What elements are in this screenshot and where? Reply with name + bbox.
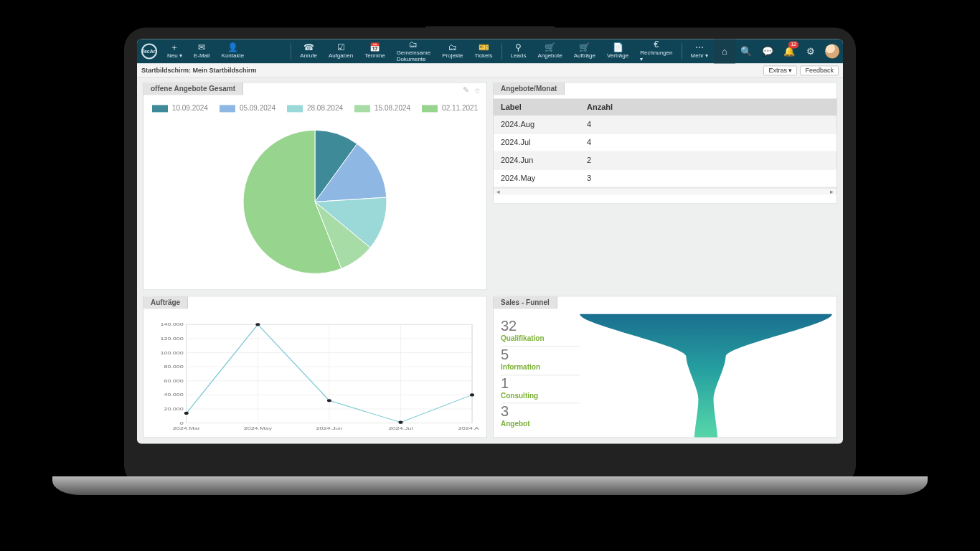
nav-more[interactable]: ⋯ Mehr ▾: [685, 39, 714, 63]
nav-group-left: ＋Neu ▾✉E-Mail👤Kontakte: [161, 39, 288, 63]
table-row[interactable]: 2024.Aug4: [494, 116, 837, 133]
svg-text:2024.Mar: 2024.Mar: [173, 426, 200, 431]
bell-icon[interactable]: 🔔12: [778, 39, 800, 63]
funnel-body: 32Qualifikation5Information1Consulting3A…: [494, 312, 837, 437]
nav-label: Kontakte: [222, 52, 245, 59]
svg-text:80.000: 80.000: [164, 364, 183, 369]
nav-item[interactable]: €Rechnungen ▾: [634, 39, 678, 63]
funnel-stage: 32Qualifikation: [501, 318, 580, 347]
nav-item[interactable]: 🎫Tickets: [469, 39, 499, 63]
nav-icon: €: [654, 40, 659, 49]
funnel-stage-labels: 32Qualifikation5Information1Consulting3A…: [501, 318, 580, 431]
laptop-base: [52, 476, 928, 495]
table-scrollbar[interactable]: ◂▸: [494, 187, 837, 194]
notification-badge: 12: [788, 41, 798, 48]
topbar: TecArt ＋Neu ▾✉E-Mail👤Kontakte ☎Anrufe☑Au…: [137, 39, 843, 63]
table-row[interactable]: 2024.Jun2: [494, 151, 837, 169]
more-icon: ⋯: [695, 43, 704, 52]
nav-label: Angebote: [537, 52, 562, 59]
nav-icon: 🛒: [545, 43, 555, 52]
nav-label: Projekte: [442, 52, 463, 59]
home-icon[interactable]: ⌂: [714, 39, 735, 63]
nav-item[interactable]: ✉E-Mail: [188, 39, 216, 63]
brand-logo-text: TecArt: [141, 43, 157, 59]
nav-icon: ✉: [198, 43, 205, 52]
nav-label: Rechnungen ▾: [640, 50, 672, 62]
nav-item[interactable]: ☎Anrufe: [294, 39, 323, 63]
nav-icon: 📄: [613, 43, 623, 52]
widget-pie: offene Angebote Gesamt ✎ ☼ 10.09.202405.…: [143, 82, 487, 290]
nav-item[interactable]: 🗂Gemeinsame Dokumente: [391, 39, 437, 63]
dashboard-grid: offene Angebote Gesamt ✎ ☼ 10.09.202405.…: [143, 82, 837, 438]
widget-title: Sales - Funnel: [493, 296, 557, 309]
widget-title: Aufträge: [143, 296, 188, 309]
table-header: Label Anzahl: [494, 98, 837, 116]
svg-point-27: [184, 412, 189, 415]
table-row[interactable]: 2024.May3: [494, 169, 837, 187]
nav-icon: 🗂: [448, 43, 457, 52]
nav-icon: ⚲: [515, 43, 522, 52]
app-screen: TecArt ＋Neu ▾✉E-Mail👤Kontakte ☎Anrufe☑Au…: [137, 39, 843, 443]
nav-label: Aufgaben: [329, 52, 353, 59]
svg-point-29: [327, 399, 331, 402]
extras-button[interactable]: Extras ▾: [763, 65, 797, 75]
nav-item[interactable]: ⚲Leads: [505, 39, 532, 63]
chat-icon[interactable]: 💬: [757, 39, 778, 63]
svg-text:40.000: 40.000: [164, 392, 183, 397]
nav-item[interactable]: 🛒Aufträge: [568, 39, 601, 63]
svg-text:0: 0: [180, 420, 184, 425]
pie-legend: 10.09.202405.09.202428.08.202415.08.2024…: [143, 98, 486, 115]
nav-item[interactable]: 📄Verträge: [601, 39, 634, 63]
legend-item[interactable]: 28.08.2024: [287, 104, 343, 112]
nav-item[interactable]: 🛒Angebote: [532, 39, 567, 63]
nav-icon: 👤: [227, 43, 238, 52]
nav-group-mid: ☎Anrufe☑Aufgaben📅Termine🗂Gemeinsame Doku…: [294, 39, 498, 63]
widget-actions[interactable]: ✎ ☼: [463, 85, 481, 95]
laptop-frame: TecArt ＋Neu ▾✉E-Mail👤Kontakte ☎Anrufe☑Au…: [124, 27, 856, 486]
nav-item[interactable]: ＋Neu ▾: [161, 39, 188, 63]
pie-chart: [236, 123, 394, 281]
legend-item[interactable]: 15.08.2024: [354, 104, 410, 112]
svg-point-30: [398, 421, 402, 424]
legend-item[interactable]: 02.11.2021: [422, 104, 478, 112]
laptop-notch: [425, 26, 555, 36]
col-anzahl: Anzahl: [580, 98, 837, 116]
svg-text:20.000: 20.000: [164, 406, 183, 411]
svg-text:2024.Jun: 2024.Jun: [316, 426, 342, 431]
svg-text:140.000: 140.000: [160, 322, 183, 327]
funnel-chart: [580, 314, 832, 438]
gear-icon[interactable]: ⚙: [800, 39, 821, 63]
nav-icon: ☎: [303, 43, 314, 52]
feedback-button[interactable]: Feedback: [800, 65, 839, 75]
svg-text:2024.Jul: 2024.Jul: [389, 426, 413, 431]
svg-point-31: [470, 393, 474, 396]
nav-icon: 🛒: [579, 43, 590, 52]
svg-text:120.000: 120.000: [160, 336, 183, 341]
nav-label: Mehr ▾: [691, 52, 708, 59]
nav-icon: ＋: [170, 43, 179, 52]
nav-item[interactable]: 🗂Projekte: [436, 39, 468, 63]
nav-group-right: ⚲Leads🛒Angebote🛒Aufträge📄Verträge€Rechnu…: [505, 39, 679, 63]
nav-icon: 📅: [369, 43, 380, 52]
nav-label: Gemeinsame Dokumente: [397, 50, 431, 62]
widget-title: Angebote/Monat: [493, 82, 565, 95]
svg-text:100.000: 100.000: [160, 350, 183, 355]
widget-funnel: Sales - Funnel 32Qualifikation5Informati…: [493, 296, 837, 438]
nav-item[interactable]: ☑Aufgaben: [323, 39, 359, 63]
table-body: Label Anzahl 2024.Aug42024.Jul42024.Jun2…: [494, 98, 837, 203]
table-row[interactable]: 2024.Jul4: [494, 133, 837, 151]
nav-icon: ☑: [337, 43, 345, 52]
legend-item[interactable]: 10.09.2024: [152, 104, 208, 112]
search-icon[interactable]: 🔍: [735, 39, 757, 63]
nav-item[interactable]: 👤Kontakte: [216, 39, 250, 63]
avatar[interactable]: [821, 39, 843, 63]
svg-point-28: [255, 323, 260, 326]
nav-item[interactable]: 📅Termine: [359, 39, 390, 63]
brand-logo[interactable]: TecArt: [137, 39, 161, 63]
nav-icon: 🗂: [409, 40, 418, 49]
legend-item[interactable]: 05.09.2024: [220, 104, 275, 112]
nav-label: Anrufe: [300, 52, 317, 59]
table-rows[interactable]: 2024.Aug42024.Jul42024.Jun22024.May3: [494, 116, 837, 187]
line-body: 020.00040.00060.00080.000100.000120.0001…: [143, 312, 486, 437]
nav-label: Tickets: [475, 52, 493, 59]
